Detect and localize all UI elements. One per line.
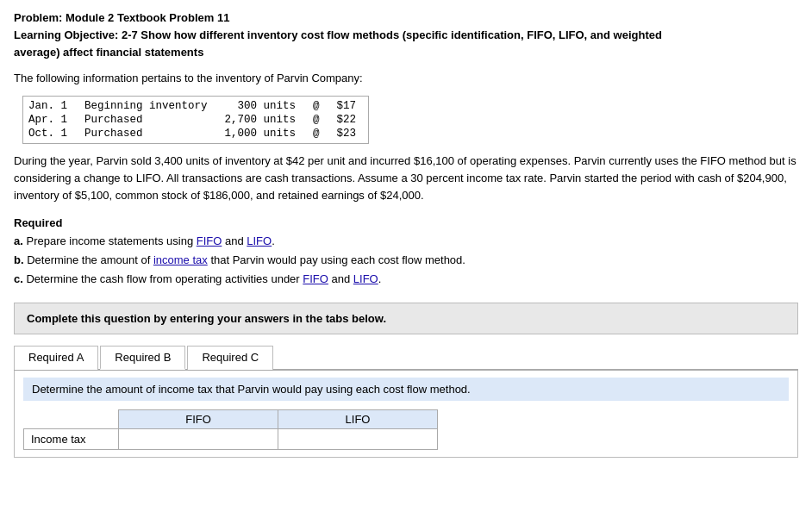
fifo-input[interactable] (126, 433, 271, 446)
required-title: Required (14, 216, 798, 229)
inventory-date: Jan. 1 (23, 96, 80, 113)
income-tax-row: Income tax (24, 428, 438, 449)
inventory-at: @ (308, 96, 332, 113)
inventory-date: Oct. 1 (23, 127, 80, 144)
tabs-container: Required A Required B Required C (14, 345, 798, 371)
tab-b-content: Determine the amount of income tax that … (14, 371, 798, 458)
tab-required-c[interactable]: Required C (187, 346, 273, 370)
title-line2: Learning Objective: 2-7 Show how differe… (14, 28, 798, 43)
inventory-description: Beginning inventory (79, 96, 220, 113)
income-tax-label: Income tax (24, 428, 119, 449)
inventory-description: Purchased (79, 113, 220, 127)
empty-header (24, 409, 119, 428)
inventory-price: $22 (332, 113, 369, 127)
lifo-input[interactable] (285, 433, 430, 446)
lifo-header: LIFO (278, 409, 438, 428)
tab-description: Determine the amount of income tax that … (23, 378, 789, 401)
inventory-price: $23 (332, 127, 369, 144)
required-item-b: b. Determine the amount of income tax th… (14, 252, 798, 269)
inventory-date: Apr. 1 (23, 113, 80, 127)
required-item-c: c. Determine the cash flow from operatin… (14, 271, 798, 288)
inventory-row: Apr. 1 Purchased 2,700 units @ $22 (23, 113, 369, 127)
required-items: a. Prepare income statements using FIFO … (14, 233, 798, 288)
required-item-a: a. Prepare income statements using FIFO … (14, 233, 798, 250)
tab-required-a[interactable]: Required A (14, 346, 98, 370)
inventory-description: Purchased (79, 127, 220, 144)
inventory-at: @ (308, 113, 332, 127)
title-line1: Problem: Module 2 Textbook Problem 11 (14, 10, 798, 26)
inventory-price: $17 (332, 96, 369, 113)
fifo-input-cell[interactable] (119, 428, 278, 449)
inventory-row: Oct. 1 Purchased 1,000 units @ $23 (23, 127, 369, 144)
body-paragraph: During the year, Parvin sold 3,400 units… (14, 153, 798, 204)
inventory-quantity: 2,700 units (220, 113, 309, 127)
inventory-table: Jan. 1 Beginning inventory 300 units @ $… (22, 96, 369, 144)
inventory-quantity: 1,000 units (220, 127, 309, 144)
complete-box: Complete this question by entering your … (14, 303, 798, 334)
tab-required-b[interactable]: Required B (100, 346, 185, 370)
title-line3: average) affect financial statements (14, 45, 798, 60)
fifo-header: FIFO (119, 409, 278, 428)
inventory-at: @ (308, 127, 332, 144)
answer-table: FIFO LIFO Income tax (23, 409, 438, 450)
inventory-quantity: 300 units (220, 96, 309, 113)
inventory-row: Jan. 1 Beginning inventory 300 units @ $… (23, 96, 369, 113)
problem-title: Problem: Module 2 Textbook Problem 11 Le… (14, 10, 798, 61)
lifo-input-cell[interactable] (278, 428, 438, 449)
intro-text: The following information pertains to th… (14, 70, 798, 87)
